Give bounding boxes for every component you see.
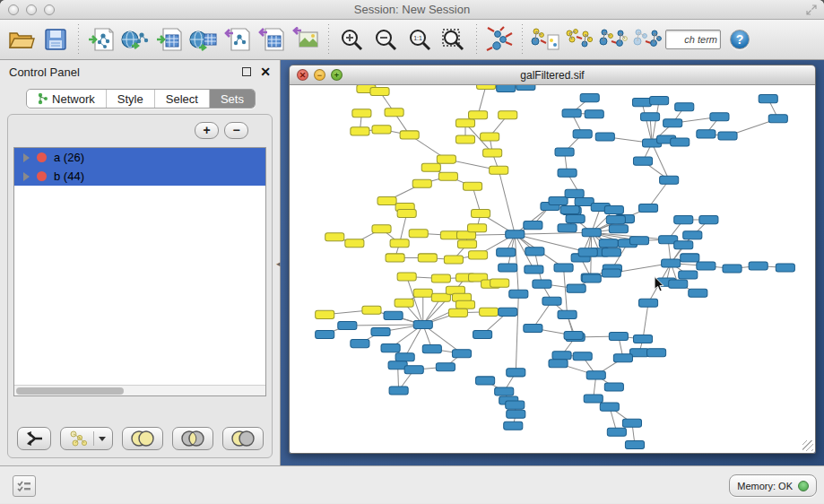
fullscreen-icon[interactable] (806, 4, 817, 15)
search-input[interactable]: ch term (665, 30, 721, 49)
floppy-disk-icon (44, 28, 67, 51)
import-network-file-icon (88, 27, 115, 52)
window-titlebar: Session: New Session (0, 0, 824, 20)
intersect-networks-icon (598, 26, 629, 53)
venn-intersection-icon (179, 430, 206, 448)
network-window[interactable]: ✕ − + galFiltered.sif (289, 65, 816, 454)
set-list-item[interactable]: a (26) (14, 148, 265, 167)
zoom-one-to-one-icon: 1:1 (408, 28, 431, 51)
window-title: Session: New Session (0, 3, 824, 16)
intersect-sets-button[interactable] (172, 427, 213, 450)
import-table-url-button[interactable] (187, 23, 220, 56)
import-table-file-button[interactable] (153, 23, 186, 56)
apply-layout-icon (485, 26, 514, 53)
set-dot-icon (37, 171, 47, 181)
zoom-out-icon (374, 28, 397, 51)
expand-triangle-icon[interactable] (23, 172, 30, 181)
status-bar: Memory: OK (0, 465, 824, 503)
import-network-file-button[interactable] (85, 23, 117, 56)
memory-status-label: Memory: OK (737, 481, 793, 491)
intersect-networks-button[interactable] (597, 23, 629, 56)
import-table-globe-icon (189, 27, 218, 52)
network-desktop: ✕ − + galFiltered.sif (281, 60, 824, 465)
network-canvas[interactable] (290, 85, 815, 453)
split-set-button[interactable] (17, 427, 51, 450)
union-networks-button[interactable] (563, 23, 595, 56)
maximize-network-icon[interactable]: + (331, 69, 343, 81)
minimize-network-icon[interactable]: − (314, 69, 325, 81)
zoom-selected-button[interactable] (438, 23, 470, 56)
open-folder-icon (8, 28, 35, 51)
set-dot-icon (37, 152, 47, 162)
zoom-in-icon (340, 28, 363, 51)
save-session-button[interactable] (39, 23, 72, 56)
tab-sets[interactable]: Sets (210, 90, 255, 108)
union-sets-button[interactable] (122, 427, 163, 450)
subtract-networks-button[interactable] (631, 23, 664, 56)
toolbar-separator (328, 24, 329, 55)
toolbar-separator (476, 24, 477, 55)
memory-status-button[interactable]: Memory: OK (729, 474, 817, 497)
zoom-out-button[interactable] (369, 23, 402, 56)
help-button[interactable]: ? (730, 30, 750, 49)
scrollbar-thumb[interactable] (16, 387, 124, 395)
tab-label: Select (166, 92, 198, 106)
venn-difference-icon (230, 430, 256, 448)
main-toolbar: 1:1 ch term ? (0, 20, 824, 60)
zoom-fit-button[interactable]: 1:1 (403, 23, 436, 56)
import-network-globe-icon (121, 27, 150, 52)
union-networks-icon (564, 26, 594, 53)
button-divider (93, 431, 94, 446)
subtract-networks-icon (632, 26, 663, 53)
memory-ok-indicator (798, 481, 809, 491)
export-network-icon (224, 27, 251, 52)
fork-arrows-icon (24, 430, 44, 448)
app-window: Session: New Session (0, 0, 824, 504)
tab-select[interactable]: Select (155, 90, 210, 108)
tab-style[interactable]: Style (107, 90, 155, 108)
sets-list[interactable]: a (26)b (44) (13, 147, 266, 396)
export-table-button[interactable] (256, 23, 288, 56)
control-panel: Control Panel ✕ NetworkStyleSelectSets +… (0, 60, 281, 465)
add-set-button[interactable]: + (195, 122, 219, 139)
export-network-button[interactable] (221, 23, 254, 56)
expand-triangle-icon[interactable] (23, 153, 30, 162)
set-label: a (26) (54, 151, 84, 164)
panel-collapse-handle[interactable]: ◂ (276, 259, 281, 268)
tab-label: Sets (221, 92, 244, 106)
import-table-file-icon (156, 27, 183, 52)
tab-label: Style (117, 92, 143, 106)
question-mark-icon: ? (736, 32, 744, 47)
network-window-titlebar[interactable]: ✕ − + galFiltered.sif (290, 65, 815, 85)
close-panel-icon[interactable]: ✕ (260, 67, 271, 76)
tab-network[interactable]: Network (27, 90, 107, 108)
create-set-from-network-button[interactable] (60, 427, 113, 450)
toolbar-separator (522, 24, 523, 55)
import-network-url-button[interactable] (119, 23, 152, 56)
chevron-down-icon[interactable] (99, 437, 106, 441)
sets-panel: + − a (26)b (44) (7, 114, 273, 458)
task-history-button[interactable] (13, 475, 36, 497)
export-table-icon (258, 27, 285, 52)
close-network-icon[interactable]: ✕ (297, 69, 308, 81)
horizontal-scrollbar[interactable] (14, 385, 265, 395)
yellow-network-icon (67, 430, 89, 448)
set-label: b (44) (54, 169, 84, 183)
remove-set-button[interactable]: − (224, 122, 248, 139)
apply-layout-button[interactable] (483, 23, 516, 56)
export-image-button[interactable] (290, 23, 322, 56)
set-list-item[interactable]: b (44) (14, 167, 265, 186)
diff-networks-icon (530, 26, 560, 53)
resize-grip[interactable] (802, 440, 813, 451)
subtract-sets-button[interactable] (222, 427, 264, 450)
task-list-icon (17, 480, 31, 492)
float-panel-icon[interactable] (242, 67, 251, 76)
open-session-button[interactable] (5, 23, 38, 56)
svg-text:1:1: 1:1 (413, 35, 422, 41)
diff-networks-button[interactable] (529, 23, 561, 56)
network-tree-icon (38, 92, 48, 105)
toolbar-separator (78, 24, 79, 55)
zoom-in-button[interactable] (335, 23, 368, 56)
export-image-icon (292, 27, 319, 52)
venn-union-icon (129, 430, 156, 448)
